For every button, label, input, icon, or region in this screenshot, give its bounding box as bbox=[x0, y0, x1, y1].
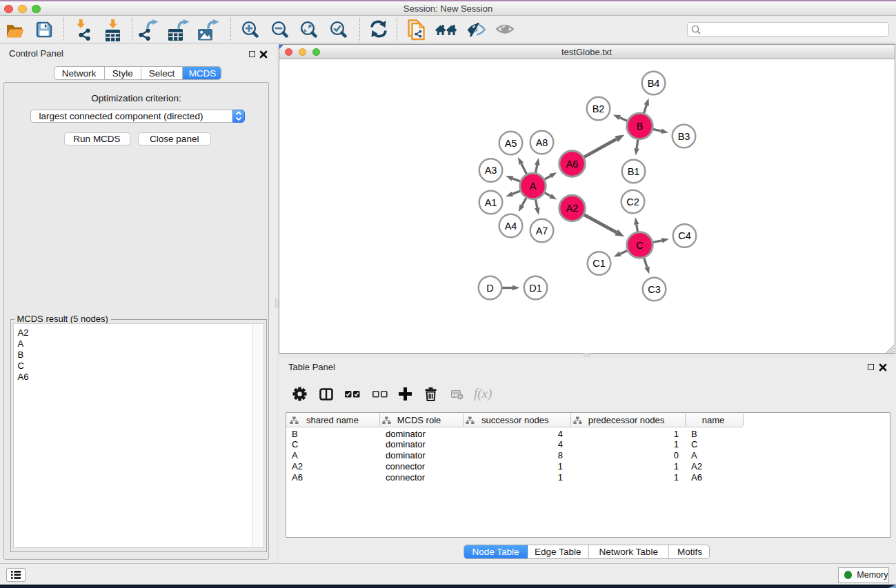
svg-text:B2: B2 bbox=[592, 103, 604, 114]
svg-text:A4: A4 bbox=[504, 220, 517, 231]
svg-text:A8: A8 bbox=[535, 136, 548, 148]
svg-text:A5: A5 bbox=[504, 137, 517, 148]
svg-text:C3: C3 bbox=[648, 283, 661, 294]
svg-text:C2: C2 bbox=[626, 196, 639, 207]
svg-text:A6: A6 bbox=[566, 158, 578, 169]
svg-text:C4: C4 bbox=[678, 230, 691, 241]
svg-text:B3: B3 bbox=[677, 130, 690, 141]
svg-text:B4: B4 bbox=[647, 77, 659, 88]
svg-text:A1: A1 bbox=[484, 196, 497, 207]
svg-text:A: A bbox=[529, 181, 536, 192]
svg-text:D1: D1 bbox=[529, 282, 542, 293]
svg-text:B1: B1 bbox=[627, 165, 639, 176]
svg-text:B: B bbox=[636, 121, 643, 132]
svg-text:C: C bbox=[636, 239, 643, 250]
svg-text:D: D bbox=[486, 282, 493, 293]
svg-text:A3: A3 bbox=[484, 165, 497, 176]
svg-text:C1: C1 bbox=[593, 258, 606, 269]
svg-text:A7: A7 bbox=[535, 225, 548, 236]
svg-text:A2: A2 bbox=[566, 203, 578, 214]
